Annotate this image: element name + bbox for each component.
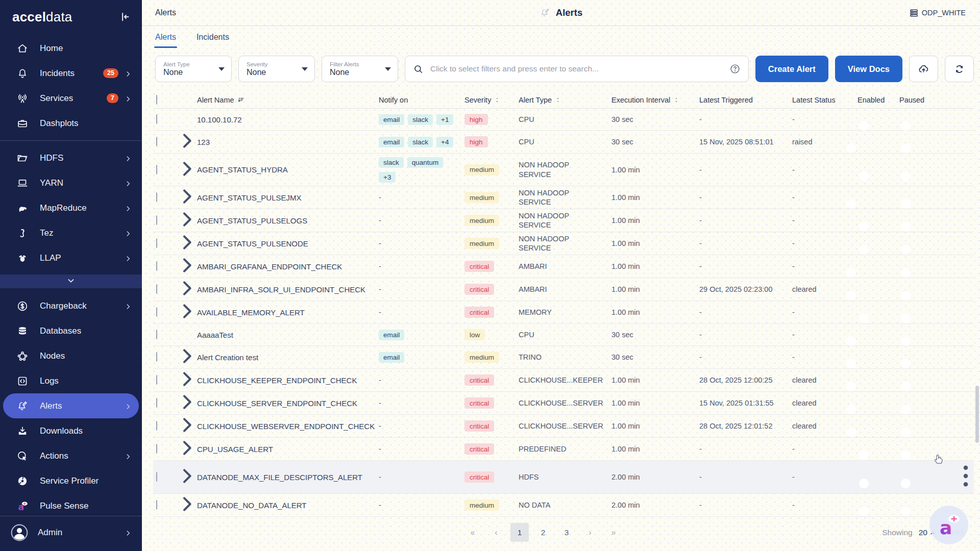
sidebar-header: acceldata xyxy=(0,0,142,29)
alert-name-cell[interactable]: 10.100.10.72 xyxy=(197,115,379,124)
view-docs-button[interactable]: View Docs xyxy=(835,56,902,82)
next-page-button[interactable]: › xyxy=(581,523,599,542)
alert-name-cell[interactable]: AGENT_STATUS_PULSEJMX xyxy=(197,193,379,202)
row-checkbox[interactable] xyxy=(156,330,157,339)
row-checkbox-cell xyxy=(153,444,177,454)
row-checkbox[interactable] xyxy=(156,375,157,385)
row-checkbox[interactable] xyxy=(156,192,157,202)
row-checkbox[interactable] xyxy=(156,284,157,294)
sidebar-item-databases[interactable]: Databases xyxy=(3,318,139,343)
sidebar-item-pulse-sense[interactable]: aPulse Sense xyxy=(3,493,139,516)
admin-avatar-icon xyxy=(9,522,30,543)
row-checkbox[interactable] xyxy=(156,398,157,408)
refresh-icon xyxy=(953,63,965,75)
sidebar-expand-toggle[interactable] xyxy=(0,274,142,288)
sidebar-item-incidents[interactable]: Incidents25 xyxy=(3,61,139,86)
sidebar-item-llap[interactable]: LLAP xyxy=(3,245,139,270)
alert-type-dropdown[interactable]: Alert TypeNone xyxy=(155,56,232,82)
row-checkbox[interactable] xyxy=(156,444,157,454)
alert-type-cell: AMBARI xyxy=(519,262,611,271)
sidebar-item-logs[interactable]: Logs xyxy=(3,368,139,393)
cloud-upload-icon xyxy=(918,63,929,75)
alert-name-cell[interactable]: CPU_USAGE_ALERT xyxy=(197,445,379,454)
row-checkbox[interactable] xyxy=(156,238,157,248)
alert-name-cell[interactable]: AMBARI_GRAFANA_ENDPOINT_CHECK xyxy=(197,262,379,271)
row-checkbox[interactable] xyxy=(156,261,157,271)
page-button-1[interactable]: 1 xyxy=(510,523,529,542)
alert-name-cell[interactable]: AGENT_STATUS_PULSELOGS xyxy=(197,216,379,225)
row-checkbox[interactable] xyxy=(156,500,157,510)
sidebar-item-services[interactable]: Services7 xyxy=(3,86,139,111)
assistant-fab[interactable]: a xyxy=(929,506,968,544)
sidebar-item-tez[interactable]: Tez xyxy=(3,220,139,245)
severity-dropdown[interactable]: SeverityNone xyxy=(238,56,315,82)
sidebar-item-nodes[interactable]: Nodes xyxy=(3,343,139,368)
notify-on-cell: - xyxy=(379,399,464,407)
sidebar-item-actions[interactable]: Actions xyxy=(3,443,139,468)
row-checkbox[interactable] xyxy=(156,165,157,174)
alert-name-cell[interactable]: AGENT_STATUS_HYDRA xyxy=(197,165,379,174)
latest-triggered-cell: - xyxy=(699,331,792,339)
tab-incidents[interactable]: Incidents xyxy=(197,26,229,48)
select-all-checkbox[interactable] xyxy=(156,95,157,105)
page-button-2[interactable]: 2 xyxy=(534,523,552,542)
sidebar-item-home[interactable]: Home xyxy=(3,36,139,61)
sidebar-item-alerts[interactable]: Alerts xyxy=(3,393,139,418)
sidebar-item-chargeback[interactable]: Chargeback xyxy=(3,293,139,318)
last-page-button[interactable]: » xyxy=(604,523,623,542)
filter-alerts-dropdown[interactable]: Filter AlertsNone xyxy=(322,56,398,82)
first-page-button[interactable]: « xyxy=(463,523,482,542)
row-checkbox[interactable] xyxy=(156,472,157,482)
row-checkbox-cell xyxy=(153,239,177,248)
latest-status-cell: - xyxy=(792,115,857,123)
alert-name-cell[interactable]: AMBARI_INFRA_SOLR_UI_ENDPOINT_CHECK xyxy=(197,285,379,294)
create-alert-button[interactable]: Create Alert xyxy=(755,56,828,82)
sidebar-collapse-icon[interactable] xyxy=(118,10,132,23)
yarn-icon xyxy=(16,177,29,189)
sidebar-item-hdfs[interactable]: HDFS xyxy=(3,145,139,170)
alert-type-cell: NON HADOOP SERVICE xyxy=(519,188,611,207)
sidebar-item-mapreduce[interactable]: MapReduce xyxy=(3,195,139,220)
alert-name-cell[interactable]: AaaaaTest xyxy=(197,331,379,339)
vertical-scrollbar[interactable] xyxy=(975,386,979,443)
table-row: CLICKHOUSE_WEBSERVER_ENDPOINT_CHECK-crit… xyxy=(153,415,974,438)
alert-name-cell[interactable]: AGENT_STATUS_PULSENODE xyxy=(197,239,379,248)
alert-name-cell[interactable]: CLICKHOUSE_SERVER_ENDPOINT_CHECK xyxy=(197,399,379,408)
sidebar-item-service-profiler[interactable]: Service Profiler xyxy=(3,468,139,493)
sidebar-item-admin[interactable]: Admin xyxy=(0,516,142,551)
row-checkbox[interactable] xyxy=(156,352,157,362)
help-icon[interactable] xyxy=(729,63,741,74)
alert-name-cell[interactable]: DATANODE_NO_DATA_ALERT xyxy=(197,501,379,510)
refresh-button[interactable] xyxy=(945,56,974,82)
sidebar-item-yarn[interactable]: YARN xyxy=(3,170,139,195)
alert-name-cell[interactable]: Alert Creation test xyxy=(197,353,379,362)
row-checkbox[interactable] xyxy=(156,137,157,146)
row-checkbox[interactable] xyxy=(156,114,157,124)
export-cloud-button[interactable] xyxy=(909,56,938,82)
search-input[interactable] xyxy=(430,64,723,73)
chevron-right-icon xyxy=(125,155,132,162)
tab-alerts[interactable]: Alerts xyxy=(155,26,176,48)
acceldata-logo: acceldata xyxy=(12,9,72,25)
alert-name-cell[interactable]: CLICKHOUSE_KEEPER_ENDPOINT_CHECK xyxy=(197,376,379,385)
severity-badge: critical xyxy=(464,443,494,455)
row-checkbox[interactable] xyxy=(156,421,157,431)
sidebar-item-label: Service Profiler xyxy=(40,476,99,486)
alert-name-cell[interactable]: DATANODE_MAX_FILE_DESCIPTORS_ALERT xyxy=(197,473,379,482)
env-selector[interactable]: ODP_WHITE xyxy=(909,8,966,18)
alert-name-cell[interactable]: 123 xyxy=(197,138,379,146)
notify-tag: +4 xyxy=(436,137,453,147)
row-checkbox[interactable] xyxy=(156,215,157,225)
page-button-3[interactable]: 3 xyxy=(557,523,576,542)
chevron-right-icon xyxy=(125,403,132,410)
alert-name-cell[interactable]: CLICKHOUSE_WEBSERVER_ENDPOINT_CHECK xyxy=(197,422,379,431)
pagination: «‹123›» Showing 20 of 283 xyxy=(142,517,980,542)
sidebar-item-downloads[interactable]: Downloads xyxy=(3,418,139,443)
latest-triggered-cell: - xyxy=(699,262,792,270)
alert-name-cell[interactable]: AVAILABLE_MEMORY_ALERT xyxy=(197,308,379,317)
cluster-stack-icon xyxy=(909,8,919,18)
row-checkbox[interactable] xyxy=(156,307,157,317)
sidebar-item-dashplots[interactable]: Dashplots xyxy=(3,111,139,136)
row-menu-cell xyxy=(943,461,974,493)
prev-page-button[interactable]: ‹ xyxy=(487,523,505,542)
